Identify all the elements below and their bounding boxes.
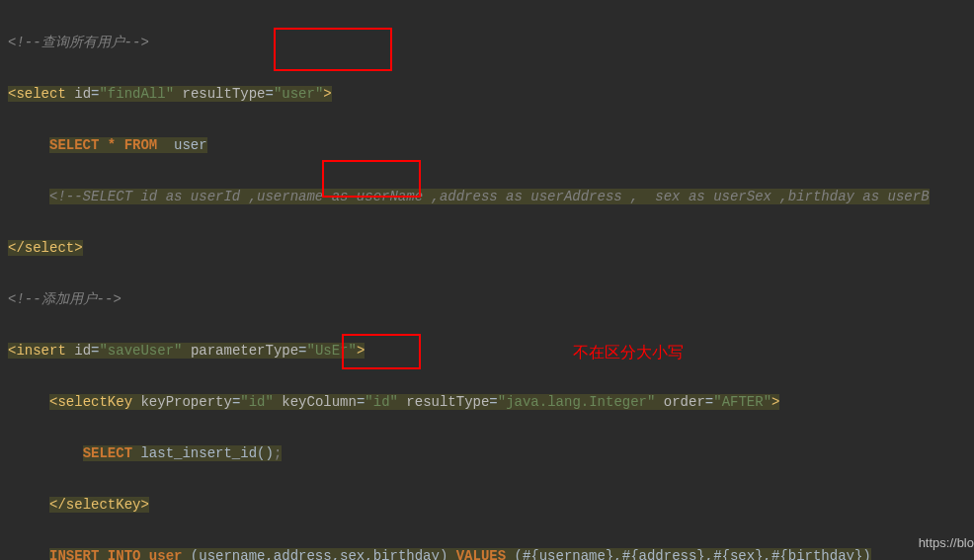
kw-insert-into: INSERT INTO user: [49, 548, 191, 560]
txt-lastInsert: last_insert_id(): [132, 445, 274, 461]
attr-id2: id: [74, 343, 91, 359]
val-after: "AFTER": [713, 394, 771, 410]
kw-select-star: SELECT * FROM: [49, 137, 174, 153]
attr-keyProperty: keyProperty: [140, 394, 231, 410]
tag-select-close: select: [25, 240, 74, 256]
tag-insert-open: insert: [16, 343, 65, 359]
txt-cols: (username,address,sex,birthday): [191, 548, 456, 560]
attr-resultType: resultType: [182, 86, 265, 102]
val-findAll: "findAll": [99, 86, 174, 102]
val-integer: "java.lang.Integer": [498, 394, 656, 410]
kw-select: SELECT: [83, 445, 132, 461]
semicolon: ;: [274, 445, 282, 461]
tag-selectKey-close: selectKey: [66, 497, 141, 513]
comment: <!--查询所有用户-->: [8, 35, 149, 50]
comment-add: <!--添加用户-->: [8, 291, 122, 307]
watermark: https://blo: [919, 530, 974, 556]
tag-selectKey: selectKey: [57, 394, 132, 410]
attr-order: order: [664, 394, 705, 410]
txt-user: user: [174, 137, 207, 153]
attr-resultType2: resultType: [406, 394, 489, 410]
kw-values: VALUES: [456, 548, 506, 560]
val-UsEr: "UsEr": [307, 343, 357, 359]
code-editor[interactable]: <!--查询所有用户--> <select id="findAll" resul…: [0, 0, 974, 560]
txt-placeholders: (#{username},#{address},#{sex},#{birthda…: [506, 548, 871, 560]
comment-cols: <!--SELECT id as userId ,username as use…: [49, 189, 930, 204]
val-id2: "id": [365, 394, 398, 410]
val-user: "user": [274, 86, 323, 102]
annotation-case-insensitive: 不在区分大小写: [573, 340, 684, 365]
attr-id: id: [74, 86, 91, 102]
attr-keyColumn: keyColumn: [282, 394, 357, 410]
val-id: "id": [240, 394, 274, 410]
val-saveUser: "saveUser": [99, 343, 182, 359]
attr-parameterType: parameterType: [191, 343, 298, 359]
tag-select-open: select: [16, 86, 65, 102]
